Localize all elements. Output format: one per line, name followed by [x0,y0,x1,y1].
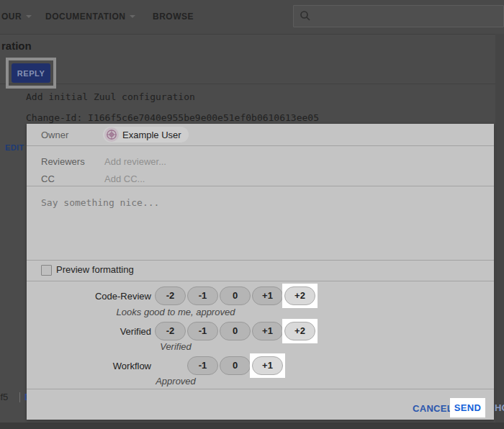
reply-button-highlight: REPLY [6,58,56,89]
vote-button-code-review-minus2[interactable]: -2 [155,286,186,305]
reply-dialog: Owner Example User Reviewers Add reviewe… [27,124,494,420]
top-header-bar: OUR DOCUMENTATION BROWSE [0,0,504,35]
nav-item-browse-label: BROWSE [153,12,194,22]
owner-name: Example User [122,130,181,140]
edit-link[interactable]: EDIT [5,143,24,152]
bottom-band [0,423,504,429]
vote-button-verified-plus1[interactable]: +1 [252,322,283,340]
nav-item-your-label: OUR [1,12,22,22]
score-description-workflow: Approved [27,376,325,387]
identicon-icon [106,129,117,140]
send-button[interactable]: SEND [454,402,481,413]
add-reviewer-input[interactable]: Add reviewer... [104,156,166,167]
change-id-line: Change-Id: I166f5c6e7040e955be9e00e51ef0… [26,112,319,123]
page-divider [0,83,504,84]
bottom-right-link-fragment[interactable]: HO [495,402,504,413]
cancel-button[interactable]: CANCEL [413,403,453,414]
scrollbar[interactable] [495,34,504,429]
vote-button-workflow-minus1[interactable]: -1 [187,356,218,375]
caret-down-icon [130,15,135,18]
preview-row: Preview formatting [27,261,494,281]
vote-button-code-review-minus1[interactable]: -1 [187,286,218,305]
preview-checkbox[interactable] [41,265,52,276]
vote-button-workflow-0[interactable]: 0 [220,356,251,375]
reviewers-label: Reviewers [41,156,85,167]
cc-label: CC [41,173,55,184]
divider [27,389,494,389]
comment-textarea[interactable]: Say something nice... [27,186,494,260]
commit-message: Add initial Zuul configuration [26,91,195,102]
owner-chip[interactable]: Example User [103,127,189,143]
vote-button-verified-plus2[interactable]: +2 [284,322,315,340]
scores-section: Code-Review-2-10+1+2Looks good to me, ap… [27,281,494,389]
score-description-code-review: Looks good to me, approved [27,307,325,317]
divider [27,145,494,146]
vote-button-workflow-plus1[interactable]: +1 [252,356,283,375]
nav-item-browse[interactable]: BROWSE [153,12,194,22]
nav-item-documentation[interactable]: DOCUMENTATION [45,12,135,22]
search-input[interactable] [293,5,504,27]
score-description-verified: Verified [27,341,325,352]
page-title-fragment: ration [1,40,32,52]
comment-placeholder: Say something nice... [41,197,159,208]
caret-down-icon [26,15,32,18]
avatar [104,127,119,142]
score-label-verified: Verified [27,326,151,337]
vote-button-code-review-plus1[interactable]: +1 [252,286,283,305]
send-button-highlight: SEND [450,398,485,417]
reply-button[interactable]: REPLY [12,63,50,83]
score-label-code-review: Code-Review [27,291,151,302]
nav-item-your[interactable]: OUR [1,12,32,22]
vote-button-code-review-0[interactable]: 0 [220,286,251,305]
vote-button-verified-0[interactable]: 0 [220,322,251,340]
preview-checkbox-label: Preview formatting [56,264,134,275]
vote-button-verified-minus1[interactable]: -1 [187,322,218,340]
add-cc-input[interactable]: Add CC... [104,173,145,184]
commit-hash-fragment: cf5 [0,392,8,402]
owner-label: Owner [41,130,68,140]
nav-item-documentation-label: DOCUMENTATION [45,12,125,22]
score-label-workflow: Workflow [27,361,151,371]
vote-button-code-review-plus2[interactable]: +2 [284,286,315,305]
vote-button-verified-minus2[interactable]: -2 [155,322,186,340]
separator [19,392,20,402]
search-icon [300,10,311,22]
screen: OUR DOCUMENTATION BROWSE ration REPLY Ad… [0,0,504,429]
